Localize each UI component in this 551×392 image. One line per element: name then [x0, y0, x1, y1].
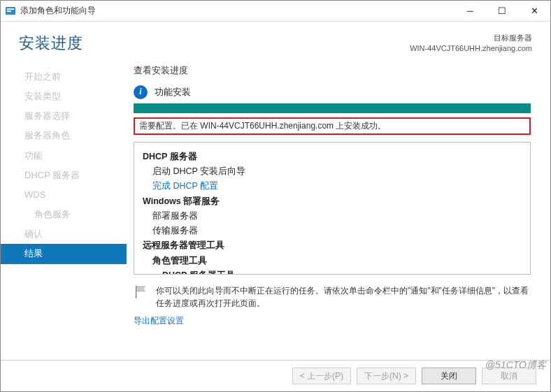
maximize-button[interactable]: ☐ [486, 1, 518, 21]
tree-dhcp-title: DHCP 服务器 [143, 150, 522, 164]
sidebar-item-confirm: 确认 [1, 224, 127, 244]
note-row: 你可以关闭此向导而不中断正在运行的任务。请依次单击命令栏中的"通知"和"任务详细… [134, 284, 531, 310]
prev-button: < 上一步(P) [292, 368, 351, 384]
wizard-window: 添加角色和功能向导 ─ ☐ ✕ 安装进度 目标服务器 WIN-44VCJT66U… [0, 0, 551, 392]
tree-wds-transport: 传输服务器 [143, 224, 522, 238]
sidebar-item-features: 功能 [1, 146, 127, 166]
tree-dhcp-complete-link[interactable]: 完成 DHCP 配置 [143, 179, 522, 194]
main-heading: 查看安装进度 [134, 64, 531, 77]
close-button[interactable]: ✕ [518, 1, 550, 21]
status-row: i 功能安装 [134, 85, 531, 99]
sidebar-item-dhcp: DHCP 服务器 [1, 166, 127, 185]
body: 开始之前 安装类型 服务器选择 服务器角色 功能 DHCP 服务器 WDS 角色… [1, 59, 550, 360]
sidebar-item-type: 安装类型 [1, 87, 127, 106]
tree-rsat-role: 角色管理工具 [143, 254, 522, 268]
titlebar: 添加角色和功能向导 ─ ☐ ✕ [1, 1, 550, 22]
header: 安装进度 目标服务器 WIN-44VCJT66UHH.zhenjiang.com [1, 22, 550, 59]
progress-bar [134, 103, 531, 113]
page-title: 安装进度 [19, 33, 83, 54]
sidebar-item-role-services: 角色服务 [1, 205, 127, 224]
main-panel: 查看安装进度 i 功能安装 需要配置。已在 WIN-44VCJT66UHH.zh… [127, 61, 550, 360]
sidebar-item-server-select: 服务器选择 [1, 106, 127, 126]
target-server-name: WIN-44VCJT66UHH.zhenjiang.com [410, 43, 532, 54]
export-config-link[interactable]: 导出配置设置 [134, 315, 531, 327]
info-icon: i [134, 85, 148, 99]
results-tree: DHCP 服务器 启动 DHCP 安装后向导 完成 DHCP 配置 Window… [134, 142, 531, 275]
window-title: 添加角色和功能向导 [20, 5, 454, 17]
sidebar-item-before: 开始之前 [1, 67, 127, 87]
tree-wds-title: Windows 部署服务 [143, 194, 522, 209]
sidebar-item-server-roles: 服务器角色 [1, 126, 127, 145]
sidebar-item-wds: WDS [1, 185, 127, 205]
close-wizard-button[interactable]: 关闭 [422, 368, 476, 384]
status-text: 功能安装 [155, 86, 191, 99]
tree-rsat-dhcp: DHCP 服务器工具 [143, 268, 522, 275]
tree-rsat-title: 远程服务器管理工具 [143, 238, 522, 253]
svg-rect-2 [7, 10, 11, 12]
tree-dhcp-launch: 启动 DHCP 安装后向导 [143, 164, 522, 179]
target-server-box: 目标服务器 WIN-44VCJT66UHH.zhenjiang.com [410, 33, 532, 55]
svg-rect-3 [136, 286, 137, 298]
result-message: 需要配置。已在 WIN-44VCJT66UHH.zhenjiang.com 上安… [134, 117, 531, 135]
cancel-button: 取消 [482, 368, 536, 384]
sidebar-item-results[interactable]: 结果 [1, 244, 127, 263]
window-buttons: ─ ☐ ✕ [454, 1, 550, 21]
svg-rect-1 [7, 8, 14, 10]
next-button: 下一步(N) > [357, 368, 416, 384]
app-icon [5, 6, 16, 17]
sidebar: 开始之前 安装类型 服务器选择 服务器角色 功能 DHCP 服务器 WDS 角色… [1, 61, 127, 360]
tree-wds-deploy: 部署服务器 [143, 209, 522, 224]
note-text: 你可以关闭此向导而不中断正在运行的任务。请依次单击命令栏中的"通知"和"任务详细… [156, 284, 531, 310]
minimize-button[interactable]: ─ [454, 1, 486, 21]
footer: < 上一步(P) 下一步(N) > 关闭 取消 [1, 360, 550, 391]
flag-icon [134, 284, 149, 300]
target-label: 目标服务器 [410, 33, 532, 43]
